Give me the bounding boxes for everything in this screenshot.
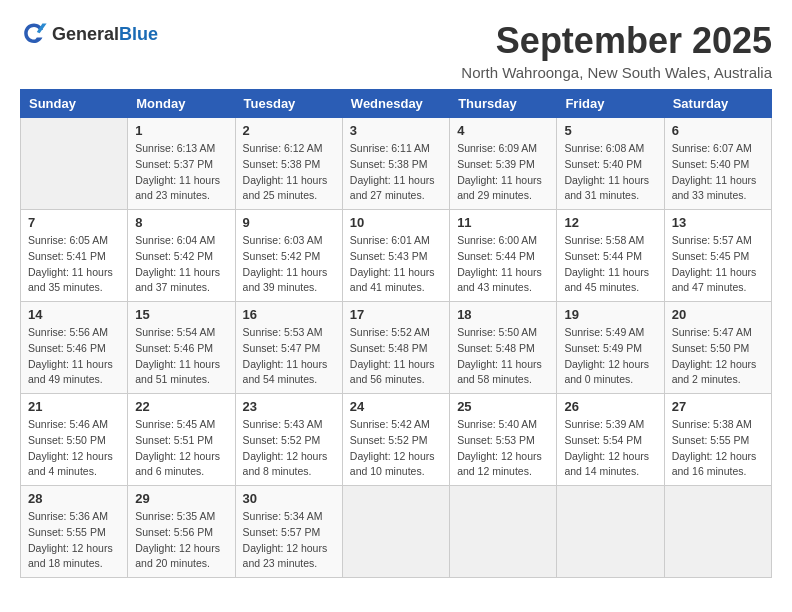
day-info: Sunrise: 6:11 AMSunset: 5:38 PMDaylight:… — [350, 141, 442, 204]
calendar-cell: 27Sunrise: 5:38 AMSunset: 5:55 PMDayligh… — [664, 394, 771, 486]
weekday-header-row: SundayMondayTuesdayWednesdayThursdayFrid… — [21, 90, 772, 118]
day-number: 20 — [672, 307, 764, 322]
day-info: Sunrise: 5:58 AMSunset: 5:44 PMDaylight:… — [564, 233, 656, 296]
week-row-4: 21Sunrise: 5:46 AMSunset: 5:50 PMDayligh… — [21, 394, 772, 486]
calendar-cell: 5Sunrise: 6:08 AMSunset: 5:40 PMDaylight… — [557, 118, 664, 210]
day-number: 18 — [457, 307, 549, 322]
day-info: Sunrise: 5:49 AMSunset: 5:49 PMDaylight:… — [564, 325, 656, 388]
day-number: 24 — [350, 399, 442, 414]
day-info: Sunrise: 5:50 AMSunset: 5:48 PMDaylight:… — [457, 325, 549, 388]
day-number: 28 — [28, 491, 120, 506]
day-info: Sunrise: 5:36 AMSunset: 5:55 PMDaylight:… — [28, 509, 120, 572]
calendar-cell: 6Sunrise: 6:07 AMSunset: 5:40 PMDaylight… — [664, 118, 771, 210]
calendar-cell: 3Sunrise: 6:11 AMSunset: 5:38 PMDaylight… — [342, 118, 449, 210]
day-number: 16 — [243, 307, 335, 322]
day-number: 17 — [350, 307, 442, 322]
day-info: Sunrise: 5:52 AMSunset: 5:48 PMDaylight:… — [350, 325, 442, 388]
calendar-cell: 4Sunrise: 6:09 AMSunset: 5:39 PMDaylight… — [450, 118, 557, 210]
location-title: North Wahroonga, New South Wales, Austra… — [461, 64, 772, 81]
page-header: General Blue September 2025 North Wahroo… — [20, 20, 772, 81]
calendar-cell — [342, 486, 449, 578]
calendar-cell — [450, 486, 557, 578]
day-number: 26 — [564, 399, 656, 414]
day-info: Sunrise: 5:47 AMSunset: 5:50 PMDaylight:… — [672, 325, 764, 388]
day-number: 15 — [135, 307, 227, 322]
day-info: Sunrise: 5:34 AMSunset: 5:57 PMDaylight:… — [243, 509, 335, 572]
day-number: 7 — [28, 215, 120, 230]
day-number: 3 — [350, 123, 442, 138]
calendar-cell: 10Sunrise: 6:01 AMSunset: 5:43 PMDayligh… — [342, 210, 449, 302]
day-info: Sunrise: 6:05 AMSunset: 5:41 PMDaylight:… — [28, 233, 120, 296]
day-number: 22 — [135, 399, 227, 414]
weekday-header-monday: Monday — [128, 90, 235, 118]
day-info: Sunrise: 5:45 AMSunset: 5:51 PMDaylight:… — [135, 417, 227, 480]
day-info: Sunrise: 5:57 AMSunset: 5:45 PMDaylight:… — [672, 233, 764, 296]
weekday-header-wednesday: Wednesday — [342, 90, 449, 118]
calendar-cell: 9Sunrise: 6:03 AMSunset: 5:42 PMDaylight… — [235, 210, 342, 302]
day-number: 2 — [243, 123, 335, 138]
day-number: 11 — [457, 215, 549, 230]
calendar-cell: 16Sunrise: 5:53 AMSunset: 5:47 PMDayligh… — [235, 302, 342, 394]
day-number: 10 — [350, 215, 442, 230]
day-number: 29 — [135, 491, 227, 506]
day-info: Sunrise: 6:01 AMSunset: 5:43 PMDaylight:… — [350, 233, 442, 296]
day-info: Sunrise: 6:13 AMSunset: 5:37 PMDaylight:… — [135, 141, 227, 204]
calendar-cell: 28Sunrise: 5:36 AMSunset: 5:55 PMDayligh… — [21, 486, 128, 578]
calendar-cell: 11Sunrise: 6:00 AMSunset: 5:44 PMDayligh… — [450, 210, 557, 302]
calendar-cell: 30Sunrise: 5:34 AMSunset: 5:57 PMDayligh… — [235, 486, 342, 578]
weekday-header-friday: Friday — [557, 90, 664, 118]
calendar-cell — [557, 486, 664, 578]
day-info: Sunrise: 5:40 AMSunset: 5:53 PMDaylight:… — [457, 417, 549, 480]
day-number: 13 — [672, 215, 764, 230]
day-number: 1 — [135, 123, 227, 138]
day-number: 5 — [564, 123, 656, 138]
calendar-cell: 14Sunrise: 5:56 AMSunset: 5:46 PMDayligh… — [21, 302, 128, 394]
day-number: 14 — [28, 307, 120, 322]
day-info: Sunrise: 5:56 AMSunset: 5:46 PMDaylight:… — [28, 325, 120, 388]
calendar-cell: 7Sunrise: 6:05 AMSunset: 5:41 PMDaylight… — [21, 210, 128, 302]
logo: General Blue — [20, 20, 158, 48]
calendar-cell: 25Sunrise: 5:40 AMSunset: 5:53 PMDayligh… — [450, 394, 557, 486]
day-info: Sunrise: 6:00 AMSunset: 5:44 PMDaylight:… — [457, 233, 549, 296]
logo-icon — [20, 20, 48, 48]
calendar-cell: 8Sunrise: 6:04 AMSunset: 5:42 PMDaylight… — [128, 210, 235, 302]
day-info: Sunrise: 5:35 AMSunset: 5:56 PMDaylight:… — [135, 509, 227, 572]
day-number: 12 — [564, 215, 656, 230]
day-number: 19 — [564, 307, 656, 322]
day-info: Sunrise: 5:54 AMSunset: 5:46 PMDaylight:… — [135, 325, 227, 388]
logo-text: General Blue — [52, 24, 158, 45]
calendar-cell: 2Sunrise: 6:12 AMSunset: 5:38 PMDaylight… — [235, 118, 342, 210]
weekday-header-thursday: Thursday — [450, 90, 557, 118]
title-section: September 2025 North Wahroonga, New Sout… — [461, 20, 772, 81]
day-number: 8 — [135, 215, 227, 230]
weekday-header-tuesday: Tuesday — [235, 90, 342, 118]
week-row-3: 14Sunrise: 5:56 AMSunset: 5:46 PMDayligh… — [21, 302, 772, 394]
day-info: Sunrise: 5:46 AMSunset: 5:50 PMDaylight:… — [28, 417, 120, 480]
day-info: Sunrise: 6:09 AMSunset: 5:39 PMDaylight:… — [457, 141, 549, 204]
month-title: September 2025 — [461, 20, 772, 62]
calendar-cell: 18Sunrise: 5:50 AMSunset: 5:48 PMDayligh… — [450, 302, 557, 394]
calendar-cell: 21Sunrise: 5:46 AMSunset: 5:50 PMDayligh… — [21, 394, 128, 486]
weekday-header-sunday: Sunday — [21, 90, 128, 118]
day-info: Sunrise: 6:03 AMSunset: 5:42 PMDaylight:… — [243, 233, 335, 296]
week-row-2: 7Sunrise: 6:05 AMSunset: 5:41 PMDaylight… — [21, 210, 772, 302]
day-info: Sunrise: 6:07 AMSunset: 5:40 PMDaylight:… — [672, 141, 764, 204]
calendar-cell: 12Sunrise: 5:58 AMSunset: 5:44 PMDayligh… — [557, 210, 664, 302]
calendar-cell: 13Sunrise: 5:57 AMSunset: 5:45 PMDayligh… — [664, 210, 771, 302]
calendar-cell: 22Sunrise: 5:45 AMSunset: 5:51 PMDayligh… — [128, 394, 235, 486]
day-number: 27 — [672, 399, 764, 414]
day-info: Sunrise: 5:42 AMSunset: 5:52 PMDaylight:… — [350, 417, 442, 480]
day-info: Sunrise: 5:39 AMSunset: 5:54 PMDaylight:… — [564, 417, 656, 480]
calendar-cell: 20Sunrise: 5:47 AMSunset: 5:50 PMDayligh… — [664, 302, 771, 394]
day-number: 4 — [457, 123, 549, 138]
weekday-header-saturday: Saturday — [664, 90, 771, 118]
calendar-cell: 29Sunrise: 5:35 AMSunset: 5:56 PMDayligh… — [128, 486, 235, 578]
day-number: 25 — [457, 399, 549, 414]
day-number: 23 — [243, 399, 335, 414]
day-info: Sunrise: 5:53 AMSunset: 5:47 PMDaylight:… — [243, 325, 335, 388]
week-row-1: 1Sunrise: 6:13 AMSunset: 5:37 PMDaylight… — [21, 118, 772, 210]
day-info: Sunrise: 5:38 AMSunset: 5:55 PMDaylight:… — [672, 417, 764, 480]
calendar-cell: 26Sunrise: 5:39 AMSunset: 5:54 PMDayligh… — [557, 394, 664, 486]
week-row-5: 28Sunrise: 5:36 AMSunset: 5:55 PMDayligh… — [21, 486, 772, 578]
day-number: 21 — [28, 399, 120, 414]
